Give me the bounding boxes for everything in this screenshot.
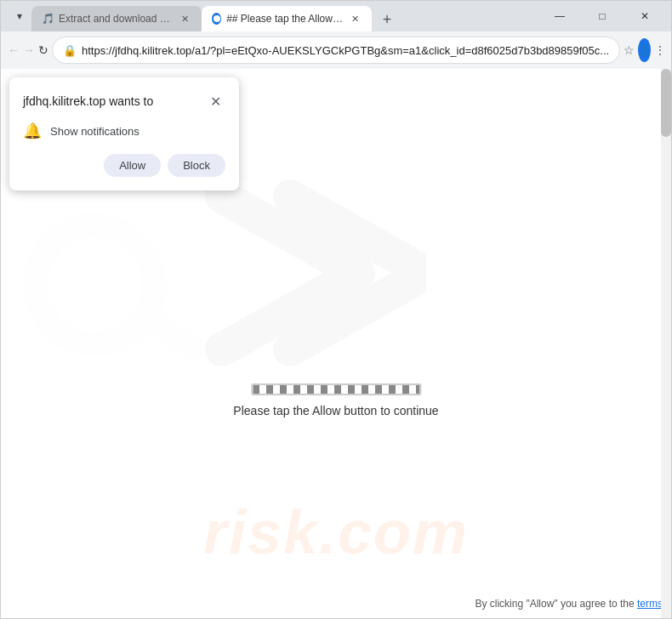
back-button[interactable]: ←	[8, 37, 20, 64]
window-controls: — □ ✕	[540, 4, 664, 28]
loading-container: Please tap the Allow button to continue	[233, 383, 438, 417]
maximize-button[interactable]: □	[583, 4, 622, 28]
loading-text: Please tap the Allow button to continue	[233, 404, 438, 417]
allow-button[interactable]: Allow	[104, 154, 161, 177]
tab-dropdown-button[interactable]: ▾	[8, 4, 31, 28]
profile-button[interactable]: 👤	[638, 38, 651, 62]
popup-description: Show notifications	[50, 125, 140, 138]
tab-allow[interactable]: ## Please tap the Allow button... ✕	[202, 6, 372, 31]
popup-title: jfdhq.kilitrek.top wants to	[23, 94, 153, 108]
svg-line-2	[148, 309, 196, 360]
tab-close-allow[interactable]: ✕	[348, 12, 362, 26]
magnify-watermark	[1, 186, 222, 441]
refresh-button[interactable]: ↻	[38, 37, 48, 64]
tab-title-allow: ## Please tap the Allow button...	[226, 13, 343, 25]
footer-terms-link[interactable]: terms	[637, 598, 663, 610]
menu-button[interactable]: ⋮	[654, 38, 666, 62]
scrollbar[interactable]	[661, 69, 671, 618]
address-bar[interactable]: 🔒 https://jfdhq.kilitrek.top/a1/?pl=eEtQ…	[52, 37, 620, 64]
tab-list: 🎵 Extract and download audio an... ✕ ## …	[31, 1, 533, 31]
tab-favicon-extract: 🎵	[42, 13, 54, 25]
title-bar: ▾ 🎵 Extract and download audio an... ✕ #…	[1, 1, 671, 31]
bottom-watermark: risk.com	[1, 497, 671, 567]
nav-bar: ← → ↻ 🔒 https://jfdhq.kilitrek.top/a1/?p…	[1, 31, 671, 69]
notification-popup: jfdhq.kilitrek.top wants to ✕ 🔔 Show not…	[9, 77, 239, 190]
svg-point-0	[214, 15, 220, 22]
popup-header: jfdhq.kilitrek.top wants to ✕	[23, 91, 225, 111]
profile-initial: 👤	[638, 44, 651, 56]
tab-extract[interactable]: 🎵 Extract and download audio an... ✕	[31, 6, 202, 31]
tab-indicator-allow	[212, 13, 221, 25]
loading-bar	[251, 383, 421, 395]
content-area: jfdhq.kilitrek.top wants to ✕ 🔔 Show not…	[1, 69, 671, 618]
close-button[interactable]: ✕	[625, 4, 664, 28]
page-footer: By clicking "Allow" you agree to the ter…	[475, 598, 663, 610]
lock-icon: 🔒	[63, 44, 77, 57]
new-tab-button[interactable]: +	[375, 8, 399, 31]
tab-close-extract[interactable]: ✕	[178, 12, 191, 26]
bell-icon: 🔔	[23, 122, 42, 140]
footer-text: By clicking "Allow" you agree to the	[475, 598, 634, 610]
popup-close-button[interactable]: ✕	[205, 91, 225, 111]
watermark-brand-text: risk.com	[203, 497, 469, 567]
tab-title-extract: Extract and download audio an...	[59, 13, 173, 25]
arrow-watermark	[205, 179, 426, 370]
minimize-button[interactable]: —	[540, 4, 579, 28]
bookmark-button[interactable]: ☆	[624, 38, 635, 62]
browser-window: ▾ 🎵 Extract and download audio an... ✕ #…	[0, 0, 672, 619]
forward-button[interactable]: →	[23, 37, 35, 64]
popup-body: 🔔 Show notifications	[23, 122, 225, 140]
popup-actions: Allow Block	[23, 154, 225, 177]
scrollbar-thumb[interactable]	[661, 69, 671, 137]
address-text: https://jfdhq.kilitrek.top/a1/?pl=eEtQxo…	[82, 44, 609, 57]
svg-point-1	[22, 212, 168, 357]
block-button[interactable]: Block	[168, 154, 225, 177]
